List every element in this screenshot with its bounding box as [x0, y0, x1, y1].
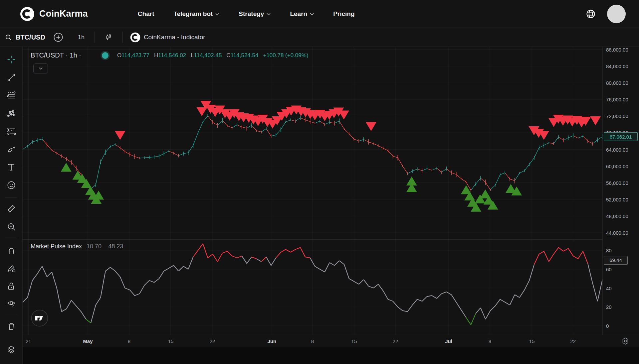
fib-lines-icon — [6, 90, 16, 100]
globe-icon[interactable] — [586, 9, 596, 19]
ruler-icon — [6, 204, 16, 214]
time-axis-label: 15 — [351, 338, 357, 344]
toolbar-divider — [94, 32, 95, 43]
symbol-legend: BTC/USDT · 1h · O114,423.77 H114,546.02 … — [31, 52, 309, 59]
projection-tool-button[interactable] — [4, 124, 19, 139]
indicator-toolbar-label: CoinKarma - Indicator — [144, 34, 205, 41]
indicator-legend: Market Pulse Index 10 70 48.23 — [31, 243, 123, 250]
time-axis-label: 21 — [26, 338, 31, 344]
indicator-status-dot — [102, 52, 108, 59]
nav-item-learn[interactable]: Learn — [290, 10, 314, 18]
symbol-label: BTC/USD — [16, 34, 45, 41]
time-axis-label: 8 — [311, 338, 314, 344]
price-axis[interactable]: 88,000.0084,000.0080,000.0076,000.0072,0… — [602, 47, 639, 335]
open-value: 114,423.77 — [121, 52, 149, 59]
lock-all-button[interactable] — [4, 279, 19, 294]
time-axis-label: Jun — [268, 338, 277, 344]
hide-drawings-button[interactable] — [4, 296, 19, 311]
chevron-down-icon — [267, 13, 271, 16]
nav-item-pricing[interactable]: Pricing — [333, 10, 354, 18]
emoji-tool-button[interactable] — [4, 178, 19, 192]
indicator-name[interactable]: Market Pulse Index — [31, 243, 82, 250]
crosshair-icon — [6, 55, 16, 64]
trend-line-icon — [6, 72, 16, 82]
remove-drawings-button[interactable] — [4, 319, 19, 334]
time-axis-label: May — [83, 338, 93, 344]
indicator-value-tag: 69.44 — [604, 256, 628, 265]
time-axis[interactable]: 21May81522Jun81522Jul81522 — [23, 335, 639, 347]
chevron-down-icon — [310, 13, 314, 16]
top-nav: CoinKarma Chart Telegram bot Strategy Le… — [0, 0, 639, 28]
change-value: +100.78 (+0.09%) — [263, 52, 308, 59]
time-axis-label: 22 — [570, 338, 576, 344]
low-value: 114,402.45 — [194, 52, 222, 59]
osc-axis-label: 60 — [606, 266, 612, 272]
crosshair-tool-button[interactable] — [4, 52, 19, 67]
eye-icon — [6, 299, 16, 308]
osc-axis-label: 40 — [606, 285, 612, 291]
symbol-search-button[interactable]: BTC/USD — [5, 34, 45, 41]
time-axis-label: 8 — [489, 338, 491, 344]
nav-item-chart[interactable]: Chart — [138, 10, 154, 18]
legend-collapse-button[interactable] — [33, 63, 48, 73]
price-axis-label: 72,000.00 — [606, 113, 628, 119]
magnet-icon — [6, 245, 16, 255]
tradingview-icon — [31, 309, 48, 327]
ohlc-values: O114,423.77 H114,546.02 L114,402.45 C114… — [117, 52, 309, 59]
rail-divider — [5, 197, 17, 197]
time-axis-label: 15 — [168, 338, 174, 344]
chart-style-button[interactable] — [99, 33, 118, 42]
nav-item-telegram-bot[interactable]: Telegram bot — [173, 10, 219, 18]
candlestick-icon — [104, 33, 113, 42]
xabcd-pattern-tool-button[interactable] — [4, 106, 19, 121]
nav-item-strategy[interactable]: Strategy — [239, 10, 271, 18]
projection-icon — [6, 126, 16, 136]
nav-right — [586, 5, 626, 23]
text-icon — [6, 162, 16, 172]
brush-tool-button[interactable] — [4, 142, 19, 157]
zoom-in-tool-button[interactable] — [4, 219, 19, 234]
trash-icon — [6, 321, 16, 331]
brand-name: CoinKarma — [39, 9, 88, 19]
price-axis-label: 56,000.00 — [606, 180, 628, 185]
price-axis-label: 84,000.00 — [606, 63, 628, 69]
pencil-lock-icon — [6, 263, 16, 273]
drawing-toolbar — [0, 47, 23, 364]
chart-toolbar: BTC/USD 1h CoinKarm — [0, 28, 639, 47]
price-axis-label: 44,000.00 — [606, 230, 628, 236]
fib-retracement-tool-button[interactable] — [4, 88, 19, 103]
chart-area: 88,000.0084,000.0080,000.0076,000.0072,0… — [23, 47, 639, 347]
search-icon — [5, 34, 12, 41]
emoji-icon — [6, 180, 16, 190]
measure-tool-button[interactable] — [4, 201, 19, 216]
object-tree-button[interactable] — [4, 342, 19, 357]
last-price-tag: 67,062.01 — [604, 132, 638, 141]
layers-icon — [6, 345, 16, 355]
price-axis-label: 52,000.00 — [606, 196, 628, 202]
indicator-params: 10 70 — [87, 243, 102, 250]
tradingview-logo[interactable] — [31, 309, 48, 327]
price-axis-label: 48,000.00 — [606, 213, 628, 219]
user-avatar[interactable] — [607, 5, 626, 23]
brand-logo[interactable]: CoinKarma — [20, 7, 88, 21]
price-axis-label: 64,000.00 — [606, 147, 628, 152]
drawing-mode-lock-button[interactable] — [4, 261, 19, 276]
compare-add-icon[interactable] — [53, 32, 63, 42]
interval-label: 1h — [78, 34, 85, 41]
pane-separator[interactable] — [23, 239, 639, 240]
legend-symbol-title[interactable]: BTC/USDT · 1h · — [31, 52, 81, 59]
text-tool-button[interactable] — [4, 160, 19, 175]
zoom-in-icon — [6, 222, 16, 232]
magnet-tool-button[interactable] — [4, 243, 19, 258]
bottom-strip — [23, 347, 639, 364]
coinkarma-app: CoinKarma Chart Telegram bot Strategy Le… — [0, 0, 639, 364]
coinkarma-logo-icon — [20, 7, 35, 21]
time-axis-label: Jul — [445, 338, 452, 344]
indicator-button[interactable]: CoinKarma - Indicator — [130, 32, 205, 43]
trend-line-tool-button[interactable] — [4, 70, 19, 85]
high-value: 114,546.02 — [158, 52, 186, 59]
chart-canvas[interactable] — [23, 47, 602, 335]
interval-button[interactable]: 1h — [73, 34, 90, 41]
price-axis-label: 76,000.00 — [606, 97, 628, 102]
timezone-gear-icon[interactable] — [621, 337, 630, 345]
